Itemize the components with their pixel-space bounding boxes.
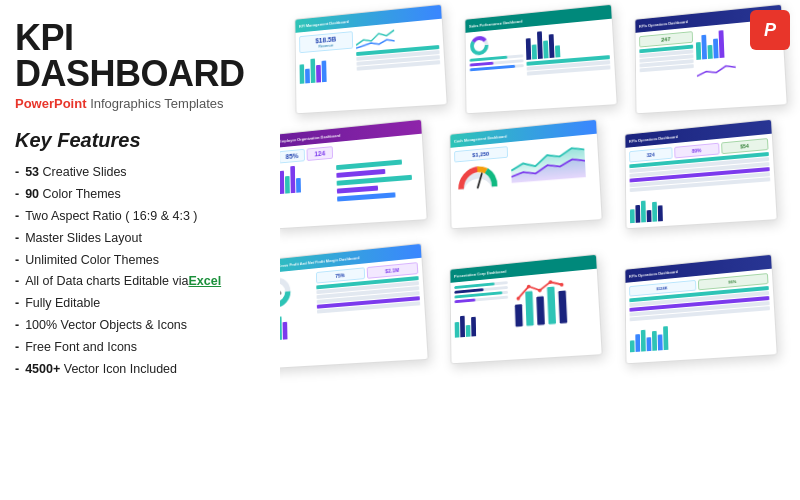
slide-col: $18.5B Revenue bbox=[299, 31, 355, 109]
slide-preview-6: KPIs Operations Dashboard 324 89% $54 bbox=[624, 119, 777, 230]
combo-chart bbox=[511, 275, 577, 330]
kpi-value: $54 bbox=[724, 141, 765, 151]
donut-chart-lg: 48% bbox=[280, 274, 292, 310]
bar bbox=[455, 322, 460, 338]
bar bbox=[310, 59, 315, 83]
bar bbox=[466, 325, 471, 337]
kpi-value: 85% bbox=[282, 152, 302, 160]
key-features-heading: Key Features bbox=[15, 129, 265, 152]
feature-num: 90 bbox=[25, 184, 39, 206]
list-item: Master Slides Layout bbox=[15, 228, 265, 250]
progress-fill bbox=[454, 298, 475, 303]
bar bbox=[296, 178, 301, 193]
bar bbox=[630, 340, 635, 352]
slide-col: 48% bbox=[280, 272, 315, 364]
list-item: All of Data charts Editable via Excel bbox=[15, 271, 265, 293]
bar bbox=[549, 34, 555, 58]
area-chart bbox=[511, 139, 587, 190]
slide-body: 48% 75% $2.1M bbox=[280, 258, 428, 369]
slide-preview-7: Marketing Cross Profit And Net Profit Ma… bbox=[280, 243, 429, 370]
kpi-value: $2.1M bbox=[370, 265, 416, 275]
mini-bars bbox=[280, 308, 315, 341]
slide-preview-1: KPI Management Dashboard $18.5B Revenue bbox=[294, 4, 447, 115]
main-container: P KPI DASHBOARD PowerPoint Infographics … bbox=[0, 0, 800, 500]
slide-title: Cash Management Dashboard bbox=[454, 133, 507, 143]
svg-point-20 bbox=[560, 283, 564, 287]
slide-preview-9: KPIs Operations Dashboard $124K 96% bbox=[624, 254, 777, 365]
bar bbox=[663, 326, 668, 350]
bar bbox=[471, 317, 476, 337]
bar bbox=[300, 64, 305, 84]
left-panel: KPI DASHBOARD PowerPoint Infographics Te… bbox=[0, 0, 280, 500]
kpi-box: $18.5B Revenue bbox=[299, 31, 353, 53]
bar bbox=[641, 330, 646, 352]
slide-preview-8: Presentation Corp Dashboard bbox=[449, 254, 602, 365]
slide-body: 324 89% $54 bbox=[626, 134, 777, 229]
slide-col: 247 bbox=[639, 31, 695, 109]
bar bbox=[652, 202, 657, 222]
kpi-value: 324 bbox=[632, 150, 670, 159]
bar bbox=[526, 38, 531, 60]
bar bbox=[316, 65, 321, 83]
bar bbox=[532, 44, 537, 59]
slide-title: KPIs Operations Dashboard bbox=[629, 269, 678, 279]
bar bbox=[460, 316, 465, 338]
mini-bars bbox=[526, 23, 610, 60]
bar bbox=[635, 205, 640, 223]
line-chart bbox=[356, 27, 395, 50]
kpi-box: 124 bbox=[307, 146, 334, 161]
kpi-value: 247 bbox=[642, 34, 690, 44]
slide-body: $1,250 bbox=[451, 134, 602, 229]
bar bbox=[635, 334, 640, 352]
bar bbox=[283, 322, 288, 340]
excel-label: Excel bbox=[188, 271, 221, 293]
bar bbox=[647, 210, 652, 222]
slide-col: 85% 124 bbox=[280, 146, 335, 224]
kpi-value: 75% bbox=[319, 271, 362, 281]
svg-rect-15 bbox=[558, 290, 567, 323]
slide-col bbox=[511, 273, 598, 356]
mini-bars bbox=[630, 320, 669, 352]
features-list: 53 Creative Slides 90 Color Themes Two A… bbox=[15, 162, 265, 381]
subtitle-rest: Infographics Templates bbox=[87, 96, 224, 111]
progress-rows bbox=[454, 281, 508, 303]
bar bbox=[555, 45, 560, 57]
bar bbox=[290, 166, 295, 193]
bar bbox=[630, 209, 635, 223]
slide-col bbox=[526, 23, 613, 106]
slide-col bbox=[511, 138, 598, 221]
slide-title: KPIs Operations Dashboard bbox=[629, 134, 678, 144]
mini-bars bbox=[454, 304, 509, 337]
mini-bars bbox=[299, 50, 354, 83]
svg-rect-14 bbox=[547, 287, 556, 325]
bar bbox=[305, 69, 310, 84]
kpi-value: $124K bbox=[632, 283, 693, 293]
slide-col: 324 89% $54 bbox=[629, 138, 772, 224]
bar bbox=[280, 316, 282, 340]
h-bar bbox=[336, 168, 385, 177]
subtitle-bold: PowerPoint bbox=[15, 96, 87, 111]
bar bbox=[543, 40, 549, 58]
slide-col bbox=[469, 31, 525, 109]
svg-rect-11 bbox=[515, 304, 523, 327]
list-item: 53 Creative Slides bbox=[15, 162, 265, 184]
page-title: KPI DASHBOARD bbox=[15, 20, 265, 92]
slide-col bbox=[454, 281, 510, 359]
ppt-icon-letter: P bbox=[764, 20, 776, 41]
bar bbox=[658, 334, 663, 350]
slide-body: $18.5B Revenue bbox=[296, 19, 447, 114]
kpi-value: 89% bbox=[677, 146, 716, 155]
bar bbox=[285, 176, 290, 194]
h-bar bbox=[337, 192, 395, 201]
bar bbox=[713, 38, 719, 58]
slide-title: KPI Management Dashboard bbox=[299, 19, 349, 29]
progress-rows bbox=[469, 54, 523, 71]
line-chart bbox=[696, 59, 736, 82]
h-bar bbox=[336, 159, 402, 170]
slide-body bbox=[451, 269, 602, 364]
feature-num: 4500+ bbox=[25, 359, 60, 381]
h-bars bbox=[336, 157, 421, 201]
slide-preview-2: Sales Performance Dashboard bbox=[464, 4, 617, 115]
bar bbox=[719, 30, 725, 58]
slide-preview-4: Employee Organization Dashboard 85% 124 bbox=[280, 119, 428, 230]
